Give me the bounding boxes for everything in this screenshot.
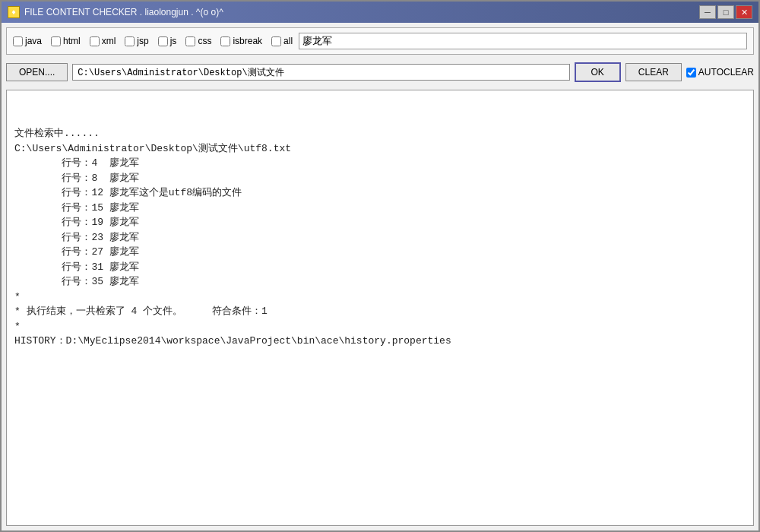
js-label: js	[170, 36, 177, 46]
maximize-button[interactable]: □	[717, 5, 734, 19]
output-line: 行号：35 廖龙军	[14, 274, 746, 290]
output-line: * 执行结束，一共检索了 4 个文件。 符合条件：1	[14, 304, 746, 319]
xml-checkbox-label[interactable]: xml	[90, 36, 116, 46]
toolbar-bar: OPEN.... OK CLEAR AUTOCLEAR	[6, 59, 754, 85]
output-line: 行号：12 廖龙军这个是utf8编码的文件	[14, 185, 746, 201]
html-label: html	[63, 36, 81, 46]
isbreak-checkbox[interactable]	[220, 36, 230, 46]
main-window: ♦ FILE CONTENT CHECKER . liaolongjun . ^…	[0, 0, 760, 532]
output-line: 行号：4 廖龙军	[14, 156, 746, 171]
output-line: *	[14, 290, 746, 305]
xml-label: xml	[102, 36, 116, 46]
output-line: 行号：23 廖龙军	[14, 230, 746, 245]
jsp-checkbox[interactable]	[125, 36, 135, 46]
window-controls: ─ □ ✕	[699, 5, 752, 19]
isbreak-label: isbreak	[233, 36, 262, 46]
html-checkbox[interactable]	[51, 36, 61, 46]
open-button[interactable]: OPEN....	[6, 63, 68, 81]
java-checkbox[interactable]	[13, 36, 23, 46]
css-label: css	[198, 36, 211, 46]
autoclear-label[interactable]: AUTOCLEAR	[686, 67, 754, 78]
output-line: 行号：31 廖龙军	[14, 260, 746, 275]
autoclear-text: AUTOCLEAR	[698, 67, 754, 78]
css-checkbox[interactable]	[185, 36, 195, 46]
output-area: 文件检索中......C:\Users\Administrator\Deskto…	[6, 90, 754, 526]
app-icon: ♦	[8, 6, 20, 18]
window-content: java html xml jsp js	[2, 23, 758, 530]
path-input[interactable]	[72, 64, 569, 81]
java-label: java	[25, 36, 42, 46]
jsp-checkbox-label[interactable]: jsp	[125, 36, 148, 46]
all-checkbox[interactable]	[271, 36, 281, 46]
title-bar: ♦ FILE CONTENT CHECKER . liaolongjun . ^…	[2, 2, 758, 23]
minimize-button[interactable]: ─	[699, 5, 716, 19]
java-checkbox-label[interactable]: java	[13, 36, 42, 46]
xml-checkbox[interactable]	[90, 36, 100, 46]
search-input[interactable]	[299, 33, 747, 49]
css-checkbox-label[interactable]: css	[185, 36, 211, 46]
close-button[interactable]: ✕	[736, 5, 752, 19]
window-title: FILE CONTENT CHECKER . liaolongjun . ^(o…	[24, 7, 223, 17]
output-line: 行号：15 廖龙军	[14, 201, 746, 216]
js-checkbox[interactable]	[158, 36, 168, 46]
isbreak-checkbox-label[interactable]: isbreak	[220, 36, 262, 46]
output-line: *	[14, 319, 746, 334]
jsp-label: jsp	[137, 36, 148, 46]
output-line: HISTORY：D:\MyEclipse2014\workspace\JavaP…	[14, 334, 746, 349]
output-line: 文件检索中......	[14, 126, 746, 141]
autoclear-checkbox[interactable]	[686, 68, 696, 78]
filter-bar: java html xml jsp js	[6, 27, 754, 55]
output-line: 行号：8 廖龙军	[14, 171, 746, 186]
js-checkbox-label[interactable]: js	[158, 36, 177, 46]
clear-button[interactable]: CLEAR	[625, 63, 682, 81]
all-checkbox-label[interactable]: all	[271, 36, 293, 46]
output-line: 行号：27 廖龙军	[14, 245, 746, 260]
all-label: all	[283, 36, 293, 46]
output-line: C:\Users\Administrator\Desktop\测试文件\utf8…	[14, 141, 746, 157]
html-checkbox-label[interactable]: html	[51, 36, 81, 46]
output-line: 行号：19 廖龙军	[14, 215, 746, 230]
ok-button[interactable]: OK	[575, 62, 621, 82]
file-type-checkboxes: java html xml jsp js	[13, 36, 293, 46]
